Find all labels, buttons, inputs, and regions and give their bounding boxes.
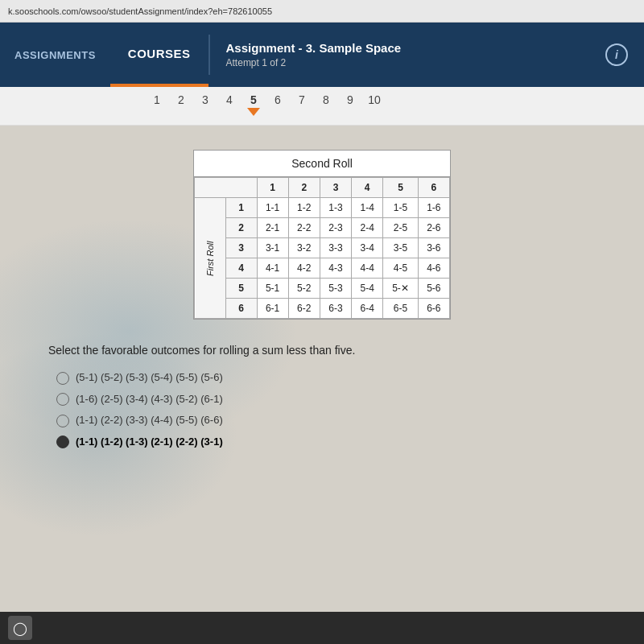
first-roll-label: First Roll [195, 198, 226, 319]
col-header-6: 6 [418, 178, 449, 198]
cell-2-3: 2-3 [320, 218, 351, 238]
cell-1-6: 1-6 [418, 198, 449, 218]
cell-4-4: 4-4 [352, 258, 383, 279]
table-row-6: 66-16-26-36-46-56-6 [195, 299, 450, 319]
attempt-label: Attempt 1 of 2 [226, 57, 402, 68]
cell-5-2: 5-2 [288, 279, 320, 299]
col-header-2: 2 [288, 178, 320, 198]
table-row-4: 44-14-24-34-44-54-6 [195, 258, 450, 279]
cell-3-2: 3-2 [288, 238, 320, 258]
question-bar: 12345678910 [0, 87, 644, 126]
col-header-5: 5 [383, 178, 418, 198]
cell-2-1: 2-1 [257, 218, 288, 238]
table-row-5: 55-15-25-35-45-✕5-6 [195, 279, 450, 299]
content-area: Second Roll 123456First Roll11-11-21-31-… [40, 150, 604, 617]
cell-6-4: 6-4 [352, 299, 383, 319]
row-num-2: 2 [225, 218, 257, 238]
answer-option-b[interactable]: (1-6) (2-5) (3-4) (4-3) (5-2) (6-1) [56, 393, 604, 407]
cell-6-1: 6-1 [257, 299, 288, 319]
cell-3-3: 3-3 [320, 238, 351, 258]
nav-courses[interactable]: COURSES [110, 23, 208, 87]
cell-5-1: 5-1 [257, 279, 288, 299]
question-number-5[interactable]: 5 [242, 93, 266, 106]
cell-1-1: 1-1 [257, 198, 288, 218]
row-num-4: 4 [225, 258, 257, 279]
sample-space-table: 123456First Roll11-11-21-31-41-51-622-12… [194, 177, 450, 319]
cell-4-6: 4-6 [418, 258, 449, 279]
cell-2-4: 2-4 [352, 218, 383, 238]
question-number-1[interactable]: 1 [145, 93, 169, 106]
answer-option-d[interactable]: (1-1) (1-2) (1-3) (2-1) (2-2) (3-1) [56, 436, 604, 449]
cell-1-4: 1-4 [352, 198, 383, 218]
chrome-icon[interactable]: ◯ [8, 616, 32, 640]
cell-6-2: 6-2 [288, 299, 320, 319]
table-row-3: 33-13-23-33-43-53-6 [195, 238, 450, 258]
col-header-4: 4 [352, 178, 383, 198]
cell-2-2: 2-2 [288, 218, 320, 238]
question-number-4[interactable]: 4 [217, 93, 242, 106]
cell-2-5: 2-5 [383, 218, 418, 238]
assignment-title: Assignment - 3. Sample Space [226, 41, 402, 55]
cell-6-3: 6-3 [320, 299, 351, 319]
question-number-9[interactable]: 9 [338, 93, 362, 106]
cell-6-6: 6-6 [418, 299, 449, 319]
sample-space-table-container: Second Roll 123456First Roll11-11-21-31-… [193, 150, 451, 320]
cell-4-2: 4-2 [288, 258, 320, 279]
cell-1-5: 1-5 [383, 198, 418, 218]
answers-container: (5-1) (5-2) (5-3) (5-4) (5-5) (5-6)(1-6)… [40, 371, 604, 448]
info-icon[interactable]: i [605, 43, 628, 66]
url-bar: k.sooschools.com/owsoo/studentAssignment… [8, 6, 272, 16]
question-number-2[interactable]: 2 [169, 93, 193, 106]
main-content: Second Roll 123456First Roll11-11-21-31-… [0, 126, 644, 641]
question-number-10[interactable]: 10 [362, 93, 386, 106]
cell-1-3: 1-3 [320, 198, 351, 218]
nav-assignment-info: Assignment - 3. Sample Space Attempt 1 o… [210, 41, 418, 68]
cell-3-1: 3-1 [257, 238, 288, 258]
cell-5-4: 5-4 [352, 279, 383, 299]
answer-option-c[interactable]: (1-1) (2-2) (3-3) (4-4) (5-5) (6-6) [56, 414, 604, 427]
answer-option-a[interactable]: (5-1) (5-2) (5-3) (5-4) (5-5) (5-6) [56, 371, 604, 385]
cell-1-2: 1-2 [288, 198, 320, 218]
row-num-1: 1 [225, 198, 257, 218]
question-number-8[interactable]: 8 [314, 93, 338, 106]
nav-assignments[interactable]: ASSIGNMENTS [0, 23, 110, 87]
table-header: Second Roll [194, 151, 450, 177]
col-header-3: 3 [320, 178, 351, 198]
cell-4-5: 4-5 [383, 258, 418, 279]
cell-5-5: 5-✕ [383, 279, 418, 299]
row-num-5: 5 [225, 279, 257, 299]
cell-6-5: 6-5 [383, 299, 418, 319]
table-corner-cell [195, 178, 258, 198]
question-text: Select the favorable outcomes for rollin… [48, 344, 604, 357]
cell-4-1: 4-1 [257, 258, 288, 279]
browser-bar: k.sooschools.com/owsoo/studentAssignment… [0, 0, 644, 23]
table-row-1: First Roll11-11-21-31-41-51-6 [195, 198, 450, 218]
top-nav: ASSIGNMENTS COURSES Assignment - 3. Samp… [0, 23, 644, 87]
table-row-2: 22-12-22-32-42-52-6 [195, 218, 450, 238]
cell-3-4: 3-4 [352, 238, 383, 258]
cell-5-3: 5-3 [320, 279, 351, 299]
question-number-6[interactable]: 6 [266, 93, 290, 106]
cell-5-6: 5-6 [418, 279, 449, 299]
cell-3-6: 3-6 [418, 238, 449, 258]
taskbar: ◯ [0, 612, 644, 644]
cell-2-6: 2-6 [418, 218, 449, 238]
cell-3-5: 3-5 [383, 238, 418, 258]
question-number-3[interactable]: 3 [193, 93, 217, 106]
row-num-3: 3 [225, 238, 257, 258]
col-header-1: 1 [257, 178, 288, 198]
question-number-7[interactable]: 7 [290, 93, 314, 106]
row-num-6: 6 [225, 299, 257, 319]
cell-4-3: 4-3 [320, 258, 351, 279]
